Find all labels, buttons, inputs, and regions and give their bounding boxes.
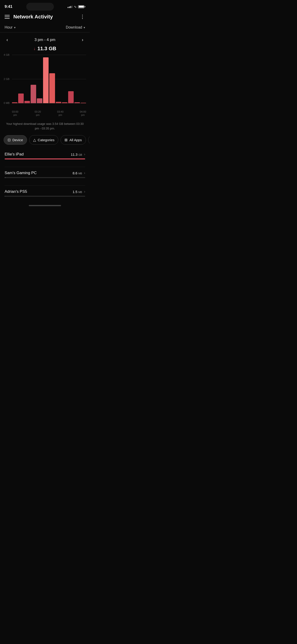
y-label-4gb: 4 GB [4,54,10,56]
progress-fill-ps5 [4,196,5,197]
bar-4 [30,85,36,103]
bar-2 [18,94,24,103]
more-button[interactable]: ⋮ [80,14,85,20]
device-item-ps5: Adrian's PS5 1.5 MB › [4,186,85,200]
header: Network Activity ⋮ [0,12,90,23]
x-label-0400: 04:00pm [80,110,86,117]
chart-container: 4 GB 2 GB 0 MB 03:00pm 03:20pm 03:40pm 0… [0,55,90,119]
next-time-button[interactable]: › [80,36,85,43]
home-indicator [0,200,90,208]
device-size-pc: 8.6 MB [72,171,82,175]
y-labels: 4 GB 2 GB 0 MB [4,55,11,103]
status-icons: ∿ [68,5,85,8]
summary-text: Your highest download usage was 3.54 GB … [0,119,90,135]
download-arrow-icon: ↓ [34,46,36,51]
tab-categories[interactable]: △ Categories [29,135,58,145]
bar-9 [62,102,68,103]
menu-button[interactable] [4,15,10,19]
device-row-ipad: Ellie's iPad 11.3 GB › [4,152,85,156]
bar-1 [12,102,18,103]
tab-device-label: Device [12,138,23,142]
bar-6 [43,57,48,104]
bar-5 [37,98,42,103]
time-filter-label: Hour [4,25,13,30]
device-row-pc: Sam's Gaming PC 8.6 MB › [4,171,85,175]
chart-bars [12,55,86,103]
device-row-ps5: Adrian's PS5 1.5 MB › [4,189,85,194]
signal-icon [68,6,72,8]
filter-row: Hour ▾ Download ▾ [0,23,90,32]
tab-categories-label: Categories [38,138,54,142]
status-bar: 9:41 ∿ [0,0,90,12]
time-range-label: 3 pm - 4 pm [34,38,56,42]
device-item-pc: Sam's Gaming PC 8.6 MB › [4,167,85,182]
data-filter-chevron: ▾ [84,26,85,29]
bar-7 [49,73,55,103]
device-unit-ipad: GB [78,154,82,156]
device-item-ipad: Ellie's iPad 11.3 GB › [4,148,85,163]
device-right-ipad: 11.3 GB › [71,152,85,156]
device-size-ps5: 1.5 MB [72,190,82,194]
x-label-0300: 03:00pm [12,110,18,117]
dynamic-island [26,3,54,10]
time-filter-chevron: ▾ [14,26,16,29]
x-labels: 03:00pm 03:20pm 03:40pm 04:00pm [12,109,86,119]
tab-device[interactable]: ⊡ Device [4,135,27,145]
device-unit-pc: MB [78,172,82,175]
device-list: Ellie's iPad 11.3 GB › Sam's Gaming PC 8… [0,148,90,200]
device-size-ipad: 11.3 GB [71,152,82,156]
device-tab-icon: ⊡ [8,138,10,142]
y-label-2gb: 2 GB [4,78,10,80]
device-name-ps5: Adrian's PS5 [4,189,27,194]
bar-11 [74,102,80,103]
data-filter-label: Download [66,25,82,30]
time-filter-button[interactable]: Hour ▾ [4,25,16,30]
device-unit-ps5: MB [78,191,82,194]
tab-row: ⊡ Device △ Categories ⊞ All Apps ▶ [0,135,90,145]
bar-3 [24,101,30,104]
device-chevron-pc[interactable]: › [84,171,85,175]
progress-fill-ipad [4,158,85,160]
home-bar [29,205,61,206]
progress-bar-ipad [4,158,85,160]
prev-time-button[interactable]: ‹ [4,36,10,43]
categories-tab-icon: △ [33,138,36,142]
tab-all-apps[interactable]: ⊞ All Apps [60,135,86,145]
tab-more[interactable]: ▶ [88,135,90,145]
bar-10 [68,91,74,104]
battery-icon [78,5,85,8]
bar-8 [56,102,61,103]
total-row: ↓ 11.3 GB [0,44,90,55]
device-right-ps5: 1.5 MB › [72,190,85,194]
bar-12 [80,103,86,103]
all-apps-tab-icon: ⊞ [64,138,68,142]
time-navigation: ‹ 3 pm - 4 pm › [0,32,90,44]
progress-bar-pc [4,177,85,178]
device-chevron-ps5[interactable]: › [84,190,85,194]
page-title: Network Activity [13,14,53,20]
x-label-0320: 03:20pm [34,110,41,117]
header-left: Network Activity [4,14,53,20]
device-name-pc: Sam's Gaming PC [4,171,36,175]
y-label-0mb: 0 MB [4,102,10,104]
status-time: 9:41 [4,4,12,9]
progress-fill-pc [4,177,6,178]
device-name-ipad: Ellie's iPad [4,152,24,156]
data-filter-button[interactable]: Download ▾ [66,25,85,30]
tab-all-apps-label: All Apps [69,138,82,142]
x-label-0340: 03:40pm [57,110,64,117]
device-chevron-ipad[interactable]: › [84,152,85,156]
total-value: 11.3 GB [38,46,56,52]
progress-bar-ps5 [4,196,85,197]
device-right-pc: 8.6 MB › [72,171,85,175]
wifi-icon: ∿ [74,5,77,8]
